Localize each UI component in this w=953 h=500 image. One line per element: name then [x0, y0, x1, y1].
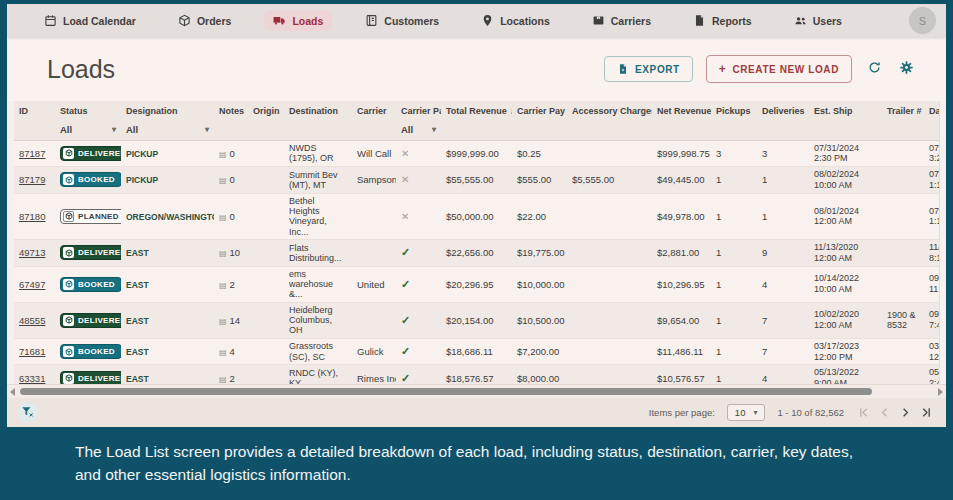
load-id-link[interactable]: 87187: [19, 148, 45, 159]
column-header-total-revenue[interactable]: Total Revenue↓: [441, 101, 512, 120]
cell-status: PLANNED: [55, 193, 121, 239]
column-header-pickups[interactable]: Pickups: [711, 101, 757, 120]
cell-total-revenue: $18,686.11: [441, 338, 512, 365]
cell-carrier-pay: $555.00: [512, 167, 567, 194]
load-row[interactable]: 67497BOOKEDEAST▤2ems warehosue &...Unite…: [14, 266, 946, 302]
cell-designation: EAST: [121, 240, 214, 267]
designation-filter-select[interactable]: All▾: [126, 124, 209, 135]
cell-designation: EAST: [121, 365, 214, 384]
column-header-net-revenue[interactable]: Net Revenue: [652, 101, 711, 120]
load-id-link[interactable]: 49713: [19, 247, 45, 258]
cell-net-revenue: $999,998.75: [652, 140, 711, 167]
nav-item-reports[interactable]: Reports: [684, 10, 761, 31]
column-header-carrier-pay[interactable]: Carrier Pay: [512, 101, 567, 120]
map-pin-icon: [481, 14, 494, 27]
load-row[interactable]: 87180PLANNEDOREGON/WASHINGTON▤0Bethel He…: [14, 193, 946, 239]
horizontal-scrollbar-thumb[interactable]: [20, 388, 872, 395]
load-id-link[interactable]: 71681: [19, 346, 45, 357]
loads-table-area: IDStatusDesignationNotesOriginDestinatio…: [7, 101, 946, 384]
cell-status: DELIVERED: [55, 240, 121, 267]
vertical-scrollbar-track[interactable]: [939, 101, 946, 384]
cell-net-revenue: $49,978.00: [652, 193, 711, 239]
load-row[interactable]: 63331DELIVEREDEAST▤2RNDC (KY), KYRimes I…: [14, 365, 946, 384]
cell-trailer: [882, 193, 924, 239]
cell-accessory-charges: [567, 266, 652, 302]
nav-item-carriers[interactable]: Carriers: [583, 10, 660, 31]
load-id-link[interactable]: 63331: [19, 373, 45, 384]
status-filter-select[interactable]: All▾: [60, 124, 116, 135]
first-page-button[interactable]: [856, 405, 871, 420]
package-icon: [63, 174, 74, 185]
settings-button[interactable]: [897, 58, 916, 80]
create-new-load-button[interactable]: + CREATE NEW LOAD: [706, 55, 852, 83]
cell-trailer: [882, 365, 924, 384]
load-row[interactable]: 48555DELIVEREDEAST▤14Heidelberg Columbus…: [14, 302, 946, 338]
column-header-designation[interactable]: Designation: [121, 101, 214, 120]
column-header-accessory-charges[interactable]: Accessory Charges: [567, 101, 652, 120]
nav-item-users[interactable]: Users: [785, 10, 851, 31]
cell-pickups: 1: [711, 338, 757, 365]
load-row[interactable]: 87179BOOKEDPICKUP▤0Summit Bev (MT), MTSa…: [14, 167, 946, 194]
nav-item-locations[interactable]: Locations: [472, 10, 559, 31]
column-header-notes[interactable]: Notes: [214, 101, 248, 120]
column-header-destination[interactable]: Destination: [284, 101, 352, 120]
column-header-trailer-[interactable]: Trailer #: [882, 101, 924, 120]
screenshot-frame: Load CalendarOrdersLoadsCustomersLocatio…: [0, 0, 953, 500]
pagination-range: 1 - 10 of 82,562: [777, 407, 844, 418]
caption-text: The Load List screen provides a detailed…: [75, 440, 875, 487]
scroll-left-arrow[interactable]: [10, 388, 15, 396]
prev-page-button[interactable]: [877, 405, 892, 420]
caption-bar: The Load List screen provides a detailed…: [0, 427, 953, 500]
nav-item-loads[interactable]: Loads: [264, 10, 332, 31]
table-footer: Items per page: 10 ▾ 1 - 10 of 82,562: [7, 398, 946, 427]
carrier-paid-filter-select[interactable]: All▾: [401, 124, 436, 135]
users-icon: [794, 14, 807, 27]
nav-item-load-calendar[interactable]: Load Calendar: [35, 10, 145, 31]
column-header-id[interactable]: ID: [14, 101, 55, 120]
column-header-carrier-paid[interactable]: Carrier Paid: [396, 101, 441, 120]
customers-book-icon: [365, 14, 378, 27]
cell-status: DELIVERED: [55, 365, 121, 384]
load-id-link[interactable]: 48555: [19, 315, 45, 326]
export-button[interactable]: EXPORT: [604, 56, 693, 82]
x-icon: ✕: [401, 148, 409, 159]
column-header-status[interactable]: Status: [55, 101, 121, 120]
nav-item-customers[interactable]: Customers: [356, 10, 448, 31]
note-icon: ▤: [219, 176, 227, 185]
load-id-link[interactable]: 87179: [19, 174, 45, 185]
plus-icon: +: [719, 62, 727, 76]
cell-notes: ▤0: [214, 140, 248, 167]
filter-cell: [652, 120, 711, 140]
status-badge: BOOKED: [60, 277, 121, 292]
column-header-origin[interactable]: Origin: [248, 101, 284, 120]
status-label: BOOKED: [78, 347, 115, 356]
cell-designation: PICKUP: [121, 167, 214, 194]
clear-filters-button[interactable]: [17, 402, 38, 423]
column-header-est-ship[interactable]: Est. Ship: [809, 101, 882, 120]
page-size-select[interactable]: 10 ▾: [727, 404, 766, 421]
load-row[interactable]: 87187DELIVEREDPICKUP▤0NWDS (1795), ORWil…: [14, 140, 946, 167]
cell-deliveries: 3: [757, 140, 809, 167]
package-icon: [63, 279, 74, 290]
scroll-right-arrow[interactable]: [938, 388, 943, 396]
load-id-link[interactable]: 87180: [19, 211, 45, 222]
last-page-button[interactable]: [919, 405, 934, 420]
refresh-button[interactable]: [865, 58, 884, 80]
next-page-button[interactable]: [898, 405, 913, 420]
load-row[interactable]: 71681BOOKEDEAST▤4Grassroots (SC), SCGuli…: [14, 338, 946, 365]
nav-item-orders[interactable]: Orders: [169, 10, 240, 31]
report-doc-icon: [693, 14, 706, 27]
cell-carrier-pay: $19,775.00: [512, 240, 567, 267]
load-row[interactable]: 49713DELIVEREDEAST▤10Flats Distributing.…: [14, 240, 946, 267]
column-header-deliveries[interactable]: Deliveries: [757, 101, 809, 120]
cell-carrier-paid: ✕: [396, 140, 441, 167]
cell-trailer: [882, 167, 924, 194]
column-header-carrier[interactable]: Carrier: [352, 101, 396, 120]
avatar[interactable]: S: [909, 7, 936, 34]
cell-net-revenue: $10,576.57: [652, 365, 711, 384]
cell-total-revenue: $999,999.00: [441, 140, 512, 167]
load-id-link[interactable]: 67497: [19, 279, 45, 290]
cell-carrier-paid: ✓: [396, 240, 441, 267]
chevron-down-icon: ▾: [432, 125, 436, 134]
status-label: DELIVERED: [78, 248, 121, 257]
